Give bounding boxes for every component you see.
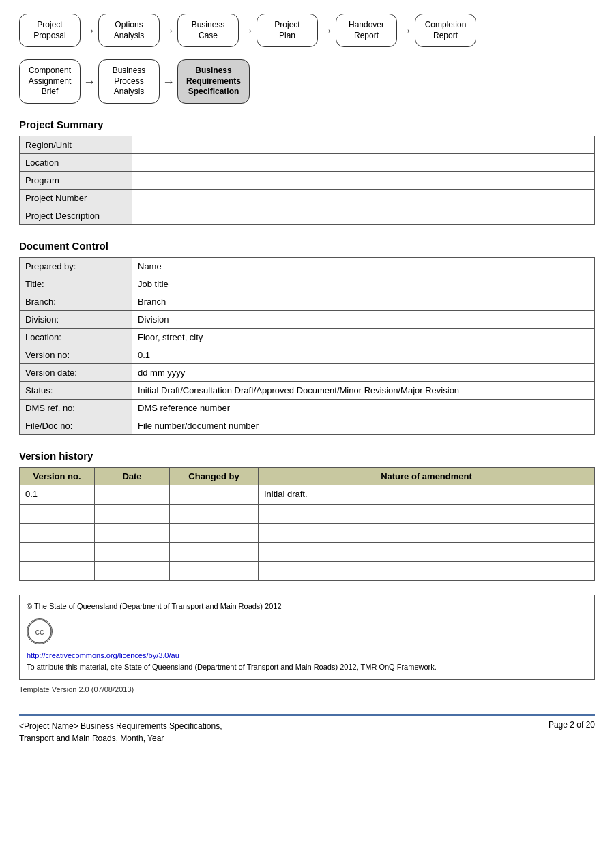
table-row: Location: Floor, street, city bbox=[20, 328, 595, 346]
page-footer-page-info: Page 2 of 20 bbox=[549, 720, 595, 730]
dc-value-dms-ref: DMS reference number bbox=[132, 399, 595, 417]
flow-arrow-3: → bbox=[239, 25, 257, 37]
flow-node-component-assignment-brief: ComponentAssignmentBrief bbox=[19, 59, 81, 104]
version-row-0-amendment: Initial draft. bbox=[259, 485, 595, 504]
col-header-amendment: Nature of amendment bbox=[259, 467, 595, 485]
table-row: Version date: dd mm yyyy bbox=[20, 363, 595, 381]
dc-value-prepared-by: Name bbox=[132, 257, 595, 275]
version-row-4-amendment bbox=[259, 561, 595, 580]
version-row-1-date bbox=[95, 504, 170, 523]
flow-arrow-7: → bbox=[160, 76, 177, 88]
col-header-version-no: Version no. bbox=[20, 467, 95, 485]
version-row-1-changed-by bbox=[170, 504, 259, 523]
flow-arrow-4: → bbox=[318, 25, 336, 37]
table-row: DMS ref. no: DMS reference number bbox=[20, 399, 595, 417]
document-control-table: Prepared by: Name Title: Job title Branc… bbox=[19, 257, 595, 435]
summary-value-project-number bbox=[132, 189, 595, 207]
table-row: File/Doc no: File number/document number bbox=[20, 417, 595, 434]
summary-label-location: Location bbox=[20, 153, 132, 171]
attribution-text: To attribute this material, cite State o… bbox=[27, 661, 587, 674]
template-version: Template Version 2.0 (07/08/2013) bbox=[19, 685, 595, 693]
table-row: Status: Initial Draft/Consultation Draft… bbox=[20, 381, 595, 399]
version-history-heading: Version history bbox=[19, 450, 595, 462]
dc-value-status: Initial Draft/Consultation Draft/Approve… bbox=[132, 381, 595, 399]
dc-label-title: Title: bbox=[20, 275, 132, 293]
table-row bbox=[20, 523, 595, 542]
table-header-row: Version no. Date Changed by Nature of am… bbox=[20, 467, 595, 485]
dc-label-version-no: Version no: bbox=[20, 346, 132, 363]
table-row: Prepared by: Name bbox=[20, 257, 595, 275]
dc-label-division: Division: bbox=[20, 310, 132, 328]
summary-label-program: Program bbox=[20, 171, 132, 189]
dc-value-file-doc: File number/document number bbox=[132, 417, 595, 434]
version-row-1-version bbox=[20, 504, 95, 523]
page-footer-doc-title: <Project Name> Business Requirements Spe… bbox=[19, 720, 222, 745]
version-row-2-changed-by bbox=[170, 523, 259, 542]
table-row: Branch: Branch bbox=[20, 293, 595, 310]
dc-value-version-date: dd mm yyyy bbox=[132, 363, 595, 381]
table-row bbox=[20, 504, 595, 523]
cc-logo-container: cc bbox=[27, 616, 587, 647]
flow-node-completion-report: CompletionReport bbox=[415, 14, 476, 47]
dc-label-branch: Branch: bbox=[20, 293, 132, 310]
version-row-4-date bbox=[95, 561, 170, 580]
flow-arrow-5: → bbox=[397, 25, 415, 37]
svg-text:cc: cc bbox=[35, 627, 45, 637]
flow-arrow-1: → bbox=[81, 25, 98, 37]
version-row-4-version bbox=[20, 561, 95, 580]
copyright-text: © The State of Queensland (Department of… bbox=[27, 601, 587, 613]
page-footer: <Project Name> Business Requirements Spe… bbox=[19, 714, 595, 745]
dc-value-version-no: 0.1 bbox=[132, 346, 595, 363]
dc-value-division: Division bbox=[132, 310, 595, 328]
summary-value-region bbox=[132, 136, 595, 153]
dc-value-branch: Branch bbox=[132, 293, 595, 310]
version-row-3-date bbox=[95, 542, 170, 561]
project-summary-table: Region/Unit Location Program Project Num… bbox=[19, 136, 595, 225]
version-row-2-amendment bbox=[259, 523, 595, 542]
table-row: 0.1 Initial draft. bbox=[20, 485, 595, 504]
cc-link[interactable]: http://creativecommons.org/licences/by/3… bbox=[27, 650, 587, 662]
flow-diagram-2: ComponentAssignmentBrief → BusinessProce… bbox=[19, 59, 595, 104]
dc-label-location: Location: bbox=[20, 328, 132, 346]
flow-diagram-1: ProjectProposal → OptionsAnalysis → Busi… bbox=[19, 14, 595, 47]
flow-node-options-analysis: OptionsAnalysis bbox=[98, 14, 160, 47]
dc-value-title: Job title bbox=[132, 275, 595, 293]
flow-node-business-case: BusinessCase bbox=[177, 14, 239, 47]
summary-value-program bbox=[132, 171, 595, 189]
version-row-2-version bbox=[20, 523, 95, 542]
version-history-table: Version no. Date Changed by Nature of am… bbox=[19, 467, 595, 581]
flow-node-project-plan: ProjectPlan bbox=[257, 14, 318, 47]
col-header-date: Date bbox=[95, 467, 170, 485]
copyright-footer-box: © The State of Queensland (Department of… bbox=[19, 595, 595, 680]
flow-arrow-2: → bbox=[160, 25, 177, 37]
flow-row-1: ProjectProposal → OptionsAnalysis → Busi… bbox=[19, 14, 595, 47]
flow-arrow-6: → bbox=[81, 76, 98, 88]
col-header-changed-by: Changed by bbox=[170, 467, 259, 485]
flow-node-handover-report: HandoverReport bbox=[336, 14, 397, 47]
version-row-0-changed-by bbox=[170, 485, 259, 504]
version-row-2-date bbox=[95, 523, 170, 542]
flow-node-business-requirements-specification: BusinessRequirementsSpecification bbox=[177, 59, 250, 104]
summary-label-project-number: Project Number bbox=[20, 189, 132, 207]
table-row: Region/Unit bbox=[20, 136, 595, 153]
version-row-3-version bbox=[20, 542, 95, 561]
cc-icon: cc bbox=[27, 618, 53, 644]
dc-value-location: Floor, street, city bbox=[132, 328, 595, 346]
table-row: Version no: 0.1 bbox=[20, 346, 595, 363]
dc-label-status: Status: bbox=[20, 381, 132, 399]
version-row-4-changed-by bbox=[170, 561, 259, 580]
version-row-3-changed-by bbox=[170, 542, 259, 561]
table-row: Project Description bbox=[20, 207, 595, 224]
table-row: Division: Division bbox=[20, 310, 595, 328]
summary-value-project-description bbox=[132, 207, 595, 224]
footer-doc-title-text: <Project Name> Business Requirements Spe… bbox=[19, 721, 222, 743]
project-summary-heading: Project Summary bbox=[19, 119, 595, 130]
table-row bbox=[20, 561, 595, 580]
version-row-1-amendment bbox=[259, 504, 595, 523]
summary-value-location bbox=[132, 153, 595, 171]
flow-node-business-process-analysis: BusinessProcessAnalysis bbox=[98, 59, 160, 104]
dc-label-dms-ref: DMS ref. no: bbox=[20, 399, 132, 417]
summary-label-project-description: Project Description bbox=[20, 207, 132, 224]
table-row: Program bbox=[20, 171, 595, 189]
summary-label-region: Region/Unit bbox=[20, 136, 132, 153]
